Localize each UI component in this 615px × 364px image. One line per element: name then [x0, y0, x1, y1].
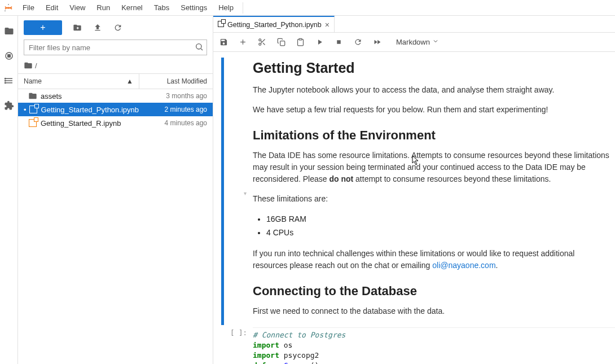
md-heading: Limitations of the Environment — [253, 128, 609, 143]
activity-bar — [0, 16, 18, 364]
menu-settings[interactable]: Settings — [175, 1, 213, 14]
notebook-icon — [28, 119, 37, 128]
filter-input[interactable] — [24, 40, 207, 55]
search-icon — [195, 42, 204, 53]
column-header-modified[interactable]: Last Modified — [139, 74, 213, 89]
svg-line-18 — [261, 41, 262, 42]
tab-title: Getting_Started_Python.ipynb — [227, 21, 322, 29]
copy-icon[interactable] — [276, 38, 285, 47]
notebook-icon — [218, 21, 224, 29]
md-list: 16GB RAM 4 CPUs — [266, 213, 609, 240]
run-icon[interactable] — [315, 38, 324, 47]
code-cell[interactable]: [ ]: # Connect to Postgres import os imp… — [213, 327, 615, 364]
md-heading: Getting Started — [253, 60, 609, 76]
svg-rect-19 — [280, 41, 284, 46]
tab-bar: Getting_Started_Python.ipynb × — [213, 16, 615, 33]
menubar: File Edit View Run Kernel Tabs Settings … — [0, 0, 615, 16]
filter-input-wrapper — [24, 40, 207, 55]
md-paragraph: These limitations are: — [253, 193, 609, 205]
chevron-down-icon — [432, 38, 439, 46]
jupyter-logo[interactable] — [0, 3, 17, 13]
cell-prompt: [ ]: — [213, 327, 253, 364]
paste-icon[interactable] — [296, 38, 305, 47]
notebook-area: Getting_Started_Python.ipynb × Markdown — [213, 16, 615, 364]
close-icon[interactable]: × — [325, 20, 330, 29]
collapse-toggle-icon[interactable]: ▾ — [244, 190, 247, 196]
extensions-icon[interactable] — [4, 100, 14, 111]
md-paragraph: The Jupyter notebook allows your to acce… — [253, 84, 609, 96]
menu-run[interactable]: Run — [91, 1, 116, 14]
md-heading: Connecting to the Database — [253, 284, 609, 299]
column-header-name[interactable]: Name ▲ — [18, 74, 139, 89]
menu-edit[interactable]: Edit — [40, 1, 64, 14]
list-item: 16GB RAM — [266, 213, 609, 226]
folder-icon — [28, 91, 37, 100]
svg-rect-21 — [337, 40, 341, 44]
svg-line-11 — [201, 49, 203, 50]
folder-icon — [24, 61, 33, 70]
svg-point-10 — [196, 44, 201, 49]
toc-icon[interactable] — [4, 76, 14, 86]
svg-point-8 — [5, 80, 6, 81]
breadcrumb[interactable]: / — [18, 59, 213, 73]
svg-rect-3 — [7, 55, 10, 58]
restart-icon[interactable] — [353, 38, 362, 47]
notebook-icon — [29, 105, 38, 114]
svg-rect-20 — [299, 38, 302, 40]
refresh-icon[interactable] — [113, 23, 123, 33]
svg-point-15 — [258, 43, 261, 45]
file-name: assets — [41, 92, 139, 100]
file-modified: 2 minutes ago — [139, 106, 207, 113]
cut-icon[interactable] — [257, 38, 266, 47]
file-modified: 4 minutes ago — [139, 119, 207, 127]
notebook-toolbar: Markdown — [213, 33, 615, 52]
add-cell-icon[interactable] — [238, 38, 247, 47]
file-row-notebook[interactable]: Getting_Started_Python.ipynb 2 minutes a… — [18, 103, 213, 116]
cell-type-selector[interactable]: Markdown — [396, 38, 439, 46]
md-paragraph: We have setup a few trial requests for y… — [253, 104, 609, 116]
svg-point-7 — [5, 78, 6, 80]
stop-icon[interactable] — [334, 38, 343, 47]
menu-kernel[interactable]: Kernel — [116, 1, 148, 14]
menu-file[interactable]: File — [17, 1, 40, 14]
file-name: Getting_Started_R.ipynb — [41, 119, 139, 128]
md-paragraph: First we need to connect to the database… — [253, 305, 609, 317]
md-paragraph: If you run into technical challenges wit… — [253, 248, 609, 271]
cell-bar — [221, 58, 224, 325]
svg-point-0 — [8, 3, 9, 5]
notebook-content[interactable]: Getting Started The Jupyter notebook all… — [213, 52, 615, 364]
svg-point-9 — [5, 82, 6, 84]
tab-notebook[interactable]: Getting_Started_Python.ipynb × — [213, 16, 335, 32]
save-icon[interactable] — [219, 38, 228, 47]
menu-divider — [243, 2, 243, 14]
md-paragraph: The Data IDE has some resource limitatio… — [253, 150, 609, 185]
file-browser: + / Name ▲ Last Modified — [18, 16, 213, 364]
menu-view[interactable]: View — [64, 1, 91, 14]
menu-help[interactable]: Help — [213, 1, 239, 14]
menu-tabs[interactable]: Tabs — [148, 1, 175, 14]
new-folder-icon[interactable] — [72, 23, 82, 33]
fast-forward-icon[interactable] — [372, 38, 381, 47]
file-modified: 3 months ago — [139, 92, 207, 100]
email-link[interactable]: oli@nayaone.com — [432, 261, 495, 270]
upload-icon[interactable] — [93, 23, 103, 33]
list-item: 4 CPUs — [266, 226, 609, 240]
folder-icon[interactable] — [4, 26, 14, 36]
new-launcher-button[interactable]: + — [24, 20, 62, 35]
svg-point-14 — [258, 39, 261, 41]
file-row-folder[interactable]: assets 3 months ago — [18, 89, 213, 103]
file-name: Getting_Started_Python.ipynb — [41, 106, 139, 114]
svg-point-1 — [5, 10, 6, 11]
svg-line-17 — [263, 43, 265, 45]
file-row-notebook[interactable]: Getting_Started_R.ipynb 4 minutes ago — [18, 116, 213, 130]
sort-asc-icon: ▲ — [126, 77, 133, 85]
file-list: assets 3 months ago Getting_Started_Pyth… — [18, 89, 213, 364]
breadcrumb-sep: / — [35, 62, 37, 70]
running-icon[interactable] — [4, 51, 14, 61]
